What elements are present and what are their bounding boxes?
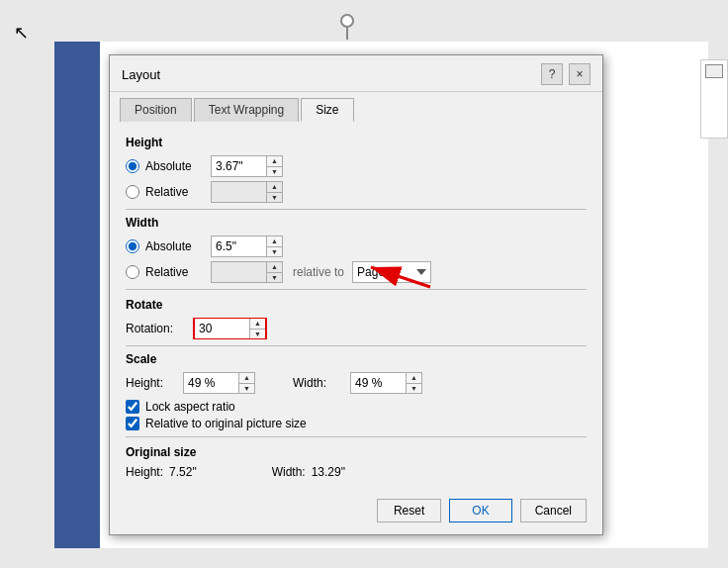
width-absolute-row: Absolute ▲ ▼ <box>126 236 587 257</box>
width-absolute-arrows: ▲ ▼ <box>266 237 282 256</box>
height-absolute-up[interactable]: ▲ <box>267 156 282 167</box>
height-scale-down[interactable]: ▼ <box>239 384 254 394</box>
width-relative-spinbox: ▲ ▼ <box>211 261 283 283</box>
height-relative-spinbox: ▲ ▼ <box>211 181 283 203</box>
height-relative-row: Relative ▲ ▼ <box>126 181 587 203</box>
rotate-section-label: Rotate <box>126 298 587 312</box>
orig-width-item: Width: 13.29" <box>272 465 345 479</box>
height-absolute-input[interactable] <box>212 156 266 176</box>
width-scale-up[interactable]: ▲ <box>407 373 421 384</box>
height-relative-arrows: ▲ ▼ <box>266 182 282 202</box>
width-relative-input[interactable] <box>212 262 266 282</box>
relative-original-checkbox[interactable] <box>126 417 139 430</box>
width-absolute-label: Absolute <box>145 239 205 253</box>
height-scale-up[interactable]: ▲ <box>239 373 254 384</box>
width-divider <box>126 289 587 290</box>
width-absolute-input[interactable] <box>212 237 266 256</box>
height-absolute-spinbox: ▲ ▼ <box>211 155 283 177</box>
width-absolute-radio[interactable] <box>126 239 139 253</box>
width-absolute-spinbox: ▲ ▼ <box>211 236 283 257</box>
rotation-input[interactable] <box>195 319 249 338</box>
lock-aspect-label: Lock aspect ratio <box>145 400 235 414</box>
height-scale-arrows: ▲ ▼ <box>238 373 254 393</box>
relative-original-label: Relative to original picture size <box>145 417 307 430</box>
width-relative-row: Relative ▲ ▼ relative to Page Margin <box>126 261 587 283</box>
height-absolute-down[interactable]: ▼ <box>267 167 282 177</box>
scale-row: Height: ▲ ▼ Width: ▲ ▼ <box>126 372 587 394</box>
dialog-title: Layout <box>122 67 160 82</box>
relative-original-row: Relative to original picture size <box>126 417 587 430</box>
rotate-handle[interactable] <box>340 14 354 28</box>
width-scale-down[interactable]: ▼ <box>407 384 421 394</box>
layout-dialog: Layout ? × Position Text Wrapping Size H… <box>109 54 603 535</box>
width-absolute-up[interactable]: ▲ <box>267 237 282 247</box>
sidebar <box>54 42 100 548</box>
height-scale-input[interactable] <box>184 373 238 393</box>
orig-width-value: 13.29" <box>312 465 345 479</box>
scale-divider <box>126 436 587 437</box>
rotate-divider <box>126 345 587 346</box>
width-absolute-down[interactable]: ▼ <box>267 247 282 257</box>
width-scale-arrows: ▲ ▼ <box>406 373 421 393</box>
cursor-arrow: ↖ <box>14 22 29 44</box>
width-relative-arrows: ▲ ▼ <box>266 262 282 282</box>
tab-position[interactable]: Position <box>120 98 192 122</box>
relative-to-select[interactable]: Page Margin <box>352 261 431 283</box>
height-absolute-label: Absolute <box>145 159 205 173</box>
rotation-up[interactable]: ▲ <box>250 319 265 330</box>
orig-width-label: Width: <box>272 465 306 479</box>
height-section-label: Height <box>126 136 587 149</box>
width-relative-radio[interactable] <box>126 265 139 279</box>
width-scale-label: Width: <box>293 376 342 390</box>
rotation-arrows: ▲ ▼ <box>249 319 265 338</box>
original-size-row: Height: 7.52" Width: 13.29" <box>126 465 587 479</box>
right-panel <box>700 59 728 139</box>
rotation-spinbox: ▲ ▼ <box>193 318 267 339</box>
orig-height-item: Height: 7.52" <box>126 465 197 479</box>
width-relative-label: Relative <box>145 265 205 279</box>
height-relative-input[interactable] <box>212 182 266 202</box>
scale-section-label: Scale <box>126 352 587 366</box>
relative-to-group: relative to Page Margin <box>293 261 431 283</box>
width-relative-down[interactable]: ▼ <box>267 273 282 283</box>
reset-button[interactable]: Reset <box>377 499 441 522</box>
height-absolute-radio[interactable] <box>126 159 139 173</box>
dialog-body: Height Absolute ▲ ▼ Relative ▲ ▼ <box>110 122 602 491</box>
dialog-controls: ? × <box>541 63 591 85</box>
height-absolute-arrows: ▲ ▼ <box>266 156 282 176</box>
dialog-tabs: Position Text Wrapping Size <box>110 92 602 122</box>
orig-height-label: Height: <box>126 465 163 479</box>
height-relative-up[interactable]: ▲ <box>267 182 282 193</box>
panel-icon <box>705 64 723 78</box>
width-relative-up[interactable]: ▲ <box>267 262 282 273</box>
close-button[interactable]: × <box>569 63 591 85</box>
rotation-row: Rotation: ▲ ▼ <box>126 318 587 339</box>
rotation-label: Rotation: <box>126 322 185 335</box>
height-relative-label: Relative <box>145 185 205 199</box>
original-size-label: Original size <box>126 445 587 459</box>
help-button[interactable]: ? <box>541 63 563 85</box>
relative-to-label: relative to <box>293 265 344 279</box>
rotate-section: Rotate Rotation: ▲ ▼ <box>126 298 587 339</box>
original-size-section: Original size Height: 7.52" Width: 13.29… <box>126 445 587 479</box>
ok-button[interactable]: OK <box>449 499 511 522</box>
cancel-button[interactable]: Cancel <box>520 499 587 522</box>
lock-aspect-checkbox[interactable] <box>126 400 139 414</box>
width-section-label: Width <box>126 216 587 230</box>
lock-aspect-row: Lock aspect ratio <box>126 400 587 414</box>
width-scale-spinbox: ▲ ▼ <box>350 372 422 394</box>
height-relative-radio[interactable] <box>126 185 139 199</box>
height-divider <box>126 209 587 210</box>
height-relative-down[interactable]: ▼ <box>267 193 282 203</box>
dialog-footer: Reset OK Cancel <box>110 491 602 534</box>
rotation-down[interactable]: ▼ <box>250 330 265 339</box>
width-scale-input[interactable] <box>351 373 406 393</box>
height-scale-spinbox: ▲ ▼ <box>183 372 255 394</box>
height-scale-label: Height: <box>126 376 175 390</box>
scale-section: Scale Height: ▲ ▼ Width: ▲ ▼ <box>126 352 587 430</box>
tab-text-wrapping[interactable]: Text Wrapping <box>194 98 299 122</box>
height-absolute-row: Absolute ▲ ▼ <box>126 155 587 177</box>
dialog-titlebar: Layout ? × <box>110 55 602 92</box>
orig-height-value: 7.52" <box>169 465 197 479</box>
tab-size[interactable]: Size <box>301 98 353 122</box>
